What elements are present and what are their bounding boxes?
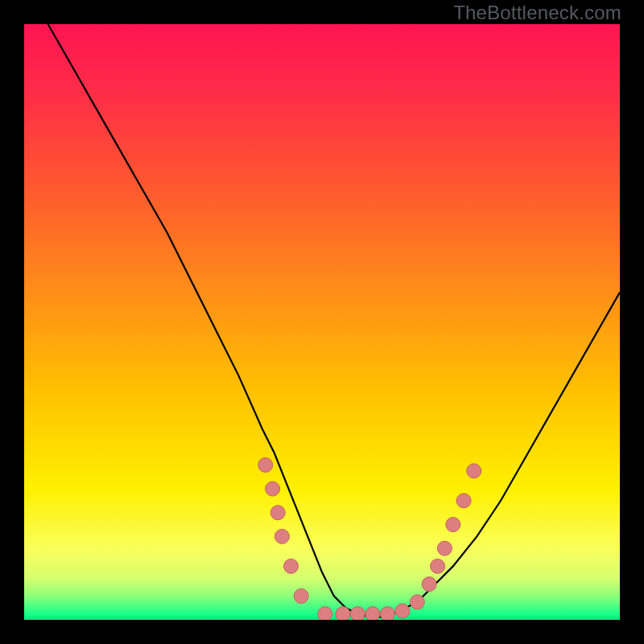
- marker-cluster-left-point: [275, 529, 289, 543]
- marker-cluster-right-point: [422, 577, 436, 592]
- marker-cluster-right-point: [431, 559, 445, 573]
- curve-path: [48, 24, 620, 617]
- marker-cluster-bottom-point: [350, 607, 365, 620]
- chart-frame: TheBottleneck.com: [0, 0, 644, 644]
- marker-cluster-left-point: [270, 506, 285, 520]
- marker-cluster-right-point: [446, 518, 460, 532]
- marker-group: [258, 458, 481, 620]
- marker-cluster-right-point: [437, 541, 452, 555]
- bottleneck-curve: [48, 24, 620, 617]
- marker-cluster-left-point: [266, 481, 280, 496]
- watermark-text: TheBottleneck.com: [453, 2, 621, 24]
- marker-cluster-bottom-point: [395, 604, 410, 618]
- marker-cluster-left-point: [284, 559, 299, 573]
- chart-svg: [24, 24, 620, 620]
- marker-cluster-left-point: [294, 588, 308, 603]
- marker-cluster-right-point: [456, 493, 471, 508]
- marker-cluster-left-point: [258, 458, 273, 473]
- marker-cluster-bottom-point: [410, 595, 424, 609]
- marker-cluster-bottom-point: [318, 607, 332, 620]
- marker-cluster-right-point: [467, 464, 481, 478]
- marker-cluster-bottom-point: [365, 607, 380, 620]
- plot-area: [24, 24, 620, 620]
- marker-cluster-bottom-point: [380, 607, 394, 620]
- marker-cluster-bottom-point: [336, 607, 350, 620]
